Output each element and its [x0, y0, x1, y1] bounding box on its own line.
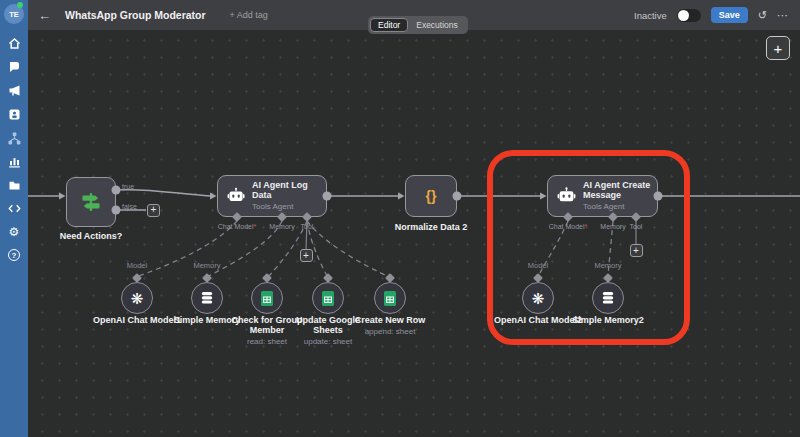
output-port-normalize[interactable] — [453, 192, 462, 201]
sidebar-item-code[interactable] — [0, 198, 28, 218]
sidebar-item-insights[interactable] — [0, 151, 28, 171]
active-toggle[interactable] — [677, 9, 701, 22]
output-port-true[interactable] — [112, 186, 121, 195]
openai-icon: ❋ — [131, 291, 144, 306]
arrow-into-normalize — [398, 193, 405, 200]
chat-icon — [8, 60, 21, 73]
port-label-memory: Memory — [177, 261, 237, 270]
google-sheets-icon — [384, 291, 396, 306]
code-icon — [8, 202, 21, 215]
node-subtitle: Tools Agent — [252, 202, 326, 212]
code-braces-icon: {} — [426, 188, 437, 204]
port-label-model: Model — [107, 261, 167, 270]
node-normalize-data-2[interactable]: {} — [405, 175, 457, 217]
sidebar-item-megaphone[interactable] — [0, 80, 28, 100]
n8n-workflow-editor: TE ⚙ ? ← — [0, 0, 800, 437]
sidebar-item-help[interactable]: ? — [0, 245, 28, 265]
node-need-actions[interactable] — [66, 177, 116, 227]
workflows-icon — [8, 132, 21, 145]
toggle-knob — [678, 10, 689, 21]
home-icon — [8, 37, 21, 50]
workflow-canvas[interactable]: Need Actions? true false + AI Agent Log … — [28, 30, 800, 437]
sidebar-item-workflows[interactable] — [0, 128, 28, 148]
workflow-title[interactable]: WhatsApp Group Moderator — [65, 9, 206, 21]
output-label-false: false — [122, 203, 137, 210]
node-title: AI Agent Log Data — [252, 180, 326, 200]
bar-chart-icon — [8, 155, 21, 168]
editor-executions-tabs: Editor Executions — [368, 16, 468, 34]
sidebar: TE ⚙ ? — [0, 0, 28, 437]
save-button[interactable]: Save — [711, 7, 748, 23]
folder-icon — [8, 179, 21, 192]
sidebar-item-folders[interactable] — [0, 175, 28, 195]
add-tag-button[interactable]: + Add tag — [230, 10, 268, 20]
gear-icon: ⚙ — [9, 226, 20, 238]
port-label-tool: Tool — [277, 223, 337, 230]
online-status-dot — [17, 2, 23, 8]
sidebar-item-settings[interactable]: ⚙ — [0, 222, 28, 242]
wire-true-to-agent1 — [116, 190, 210, 196]
google-sheets-icon — [322, 291, 334, 306]
megaphone-icon — [8, 84, 21, 97]
node-check-for-group-member[interactable] — [251, 282, 283, 314]
add-tool-button-agent1[interactable]: + — [300, 249, 313, 262]
google-sheets-icon — [261, 291, 273, 306]
node-openai-chat-model1[interactable]: ❋ — [121, 282, 153, 314]
node-create-new-row[interactable] — [374, 282, 406, 314]
output-port-false[interactable] — [112, 206, 121, 215]
node-update-google-sheets[interactable] — [312, 282, 344, 314]
node-label: Create New Rowappend: sheet — [348, 315, 432, 337]
help-icon: ? — [8, 249, 20, 261]
database-icon — [200, 291, 214, 305]
node-ai-agent-log-data[interactable]: AI Agent Log Data Tools Agent — [217, 175, 327, 217]
sidebar-item-home[interactable] — [0, 33, 28, 53]
switch-icon — [79, 190, 103, 214]
node-label-need-actions: Need Actions? — [51, 231, 131, 241]
add-node-after-false-button[interactable]: + — [147, 204, 160, 217]
tab-editor[interactable]: Editor — [370, 18, 408, 32]
contact-card-icon — [8, 108, 21, 121]
tab-executions[interactable]: Executions — [408, 18, 466, 32]
highlight-annotation — [487, 150, 690, 345]
add-node-button[interactable]: + — [766, 36, 790, 60]
more-menu-icon[interactable]: ⋯ — [777, 9, 788, 22]
sidebar-item-chat[interactable] — [0, 56, 28, 76]
arrow-into-agent1 — [210, 193, 217, 200]
history-icon[interactable]: ↺ — [758, 9, 767, 22]
arrow-into-need-actions — [59, 193, 66, 200]
output-label-true: true — [122, 183, 134, 190]
active-status-label: Inactive — [634, 10, 667, 21]
back-button[interactable]: ← — [38, 8, 51, 23]
node-label-normalize: Normalize Data 2 — [386, 222, 476, 232]
output-port-agent1[interactable] — [323, 192, 332, 201]
sidebar-item-contacts[interactable] — [0, 104, 28, 124]
robot-icon — [227, 187, 245, 206]
node-simple-memory[interactable] — [191, 282, 223, 314]
